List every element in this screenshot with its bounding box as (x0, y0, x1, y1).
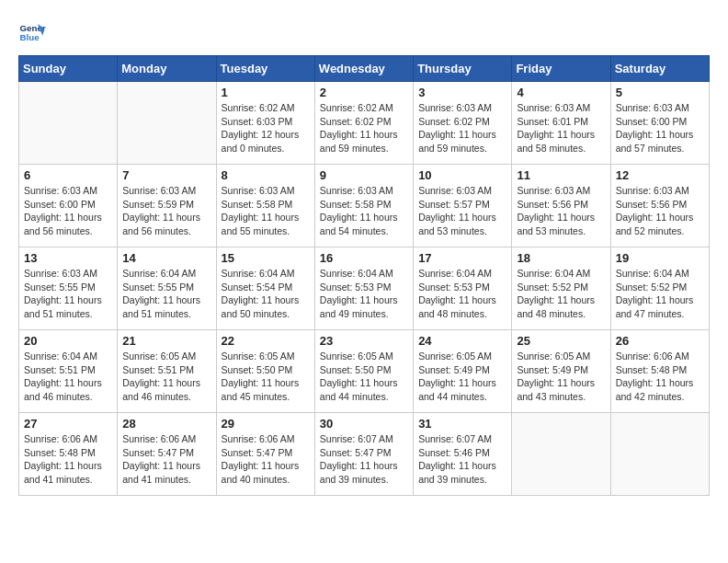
calendar-day: 8Sunrise: 6:03 AM Sunset: 5:58 PM Daylig… (216, 165, 314, 247)
day-number: 21 (122, 334, 210, 348)
day-info: Sunrise: 6:03 AM Sunset: 5:56 PM Dayligh… (616, 184, 704, 238)
day-number: 9 (320, 168, 408, 182)
calendar-day: 10Sunrise: 6:03 AM Sunset: 5:57 PM Dayli… (414, 165, 512, 247)
calendar-day (610, 413, 709, 496)
day-info: Sunrise: 6:03 AM Sunset: 5:59 PM Dayligh… (122, 184, 210, 238)
calendar-day: 16Sunrise: 6:04 AM Sunset: 5:53 PM Dayli… (314, 247, 413, 330)
day-number: 31 (418, 417, 506, 431)
day-info: Sunrise: 6:03 AM Sunset: 5:56 PM Dayligh… (517, 184, 605, 238)
day-number: 1 (222, 86, 310, 99)
day-info: Sunrise: 6:04 AM Sunset: 5:53 PM Dayligh… (418, 267, 506, 321)
day-number: 12 (616, 168, 704, 182)
day-info: Sunrise: 6:03 AM Sunset: 6:01 PM Dayligh… (517, 101, 605, 155)
day-info: Sunrise: 6:05 AM Sunset: 5:49 PM Dayligh… (517, 350, 605, 404)
day-number: 14 (122, 251, 210, 265)
day-number: 4 (517, 86, 605, 99)
calendar-week-5: 27Sunrise: 6:06 AM Sunset: 5:48 PM Dayli… (19, 413, 710, 496)
calendar-day: 27Sunrise: 6:06 AM Sunset: 5:48 PM Dayli… (19, 413, 118, 496)
day-info: Sunrise: 6:02 AM Sunset: 6:03 PM Dayligh… (222, 101, 310, 155)
day-number: 28 (122, 417, 210, 431)
day-info: Sunrise: 6:03 AM Sunset: 6:00 PM Dayligh… (24, 184, 112, 238)
weekday-header-sunday: Sunday (19, 56, 118, 82)
calendar-day: 22Sunrise: 6:05 AM Sunset: 5:50 PM Dayli… (216, 330, 314, 413)
page-header: General Blue (18, 18, 710, 46)
day-info: Sunrise: 6:04 AM Sunset: 5:53 PM Dayligh… (320, 267, 408, 321)
day-info: Sunrise: 6:03 AM Sunset: 6:02 PM Dayligh… (418, 101, 506, 155)
day-info: Sunrise: 6:05 AM Sunset: 5:50 PM Dayligh… (320, 350, 408, 404)
day-info: Sunrise: 6:07 AM Sunset: 5:47 PM Dayligh… (320, 432, 408, 487)
calendar-day: 30Sunrise: 6:07 AM Sunset: 5:47 PM Dayli… (314, 413, 413, 496)
weekday-header-tuesday: Tuesday (216, 56, 314, 82)
day-number: 22 (222, 334, 310, 348)
day-number: 6 (24, 168, 112, 182)
day-info: Sunrise: 6:03 AM Sunset: 5:58 PM Dayligh… (320, 184, 408, 238)
day-number: 19 (616, 251, 704, 265)
weekday-header-thursday: Thursday (414, 56, 512, 82)
day-info: Sunrise: 6:04 AM Sunset: 5:51 PM Dayligh… (24, 350, 112, 404)
day-info: Sunrise: 6:04 AM Sunset: 5:52 PM Dayligh… (616, 267, 704, 321)
day-info: Sunrise: 6:04 AM Sunset: 5:54 PM Dayligh… (222, 267, 310, 321)
calendar-day: 23Sunrise: 6:05 AM Sunset: 5:50 PM Dayli… (314, 330, 413, 413)
day-number: 30 (320, 417, 408, 431)
day-number: 3 (418, 86, 506, 99)
logo: General Blue (18, 18, 50, 46)
calendar-day: 17Sunrise: 6:04 AM Sunset: 5:53 PM Dayli… (414, 247, 512, 330)
day-number: 7 (122, 168, 210, 182)
calendar-day: 5Sunrise: 6:03 AM Sunset: 6:00 PM Daylig… (610, 82, 709, 165)
day-number: 20 (24, 334, 112, 348)
calendar-week-4: 20Sunrise: 6:04 AM Sunset: 5:51 PM Dayli… (19, 330, 710, 413)
day-number: 23 (320, 334, 408, 348)
calendar-day: 29Sunrise: 6:06 AM Sunset: 5:47 PM Dayli… (216, 413, 314, 496)
day-info: Sunrise: 6:05 AM Sunset: 5:49 PM Dayligh… (418, 350, 506, 404)
day-number: 17 (418, 251, 506, 265)
day-info: Sunrise: 6:07 AM Sunset: 5:46 PM Dayligh… (418, 432, 506, 487)
day-number: 26 (616, 334, 704, 348)
calendar-day: 3Sunrise: 6:03 AM Sunset: 6:02 PM Daylig… (414, 82, 512, 165)
calendar-day: 13Sunrise: 6:03 AM Sunset: 5:55 PM Dayli… (19, 247, 118, 330)
calendar-day: 11Sunrise: 6:03 AM Sunset: 5:56 PM Dayli… (512, 165, 610, 247)
weekday-header-monday: Monday (118, 56, 216, 82)
day-number: 13 (24, 251, 112, 265)
calendar-day: 6Sunrise: 6:03 AM Sunset: 6:00 PM Daylig… (19, 165, 118, 247)
calendar-week-1: 1Sunrise: 6:02 AM Sunset: 6:03 PM Daylig… (19, 82, 710, 165)
day-info: Sunrise: 6:06 AM Sunset: 5:48 PM Dayligh… (616, 350, 704, 404)
logo-icon: General Blue (18, 18, 46, 46)
day-number: 27 (24, 417, 112, 431)
calendar-day: 18Sunrise: 6:04 AM Sunset: 5:52 PM Dayli… (512, 247, 610, 330)
day-number: 29 (222, 417, 310, 431)
day-info: Sunrise: 6:06 AM Sunset: 5:47 PM Dayligh… (122, 432, 210, 487)
day-number: 16 (320, 251, 408, 265)
calendar-header: SundayMondayTuesdayWednesdayThursdayFrid… (19, 56, 710, 82)
weekday-header-row: SundayMondayTuesdayWednesdayThursdayFrid… (19, 56, 710, 82)
day-number: 11 (517, 168, 605, 182)
day-number: 2 (320, 86, 408, 99)
weekday-header-friday: Friday (512, 56, 610, 82)
calendar-day (512, 413, 610, 496)
calendar-day: 24Sunrise: 6:05 AM Sunset: 5:49 PM Dayli… (414, 330, 512, 413)
calendar-day: 15Sunrise: 6:04 AM Sunset: 5:54 PM Dayli… (216, 247, 314, 330)
calendar-day: 1Sunrise: 6:02 AM Sunset: 6:03 PM Daylig… (216, 82, 314, 165)
day-number: 8 (222, 168, 310, 182)
day-info: Sunrise: 6:05 AM Sunset: 5:50 PM Dayligh… (222, 350, 310, 404)
day-info: Sunrise: 6:03 AM Sunset: 5:58 PM Dayligh… (222, 184, 310, 238)
calendar-day: 21Sunrise: 6:05 AM Sunset: 5:51 PM Dayli… (118, 330, 216, 413)
day-info: Sunrise: 6:06 AM Sunset: 5:47 PM Dayligh… (222, 432, 310, 487)
calendar-day: 7Sunrise: 6:03 AM Sunset: 5:59 PM Daylig… (118, 165, 216, 247)
day-number: 24 (418, 334, 506, 348)
day-info: Sunrise: 6:03 AM Sunset: 5:57 PM Dayligh… (418, 184, 506, 238)
day-info: Sunrise: 6:04 AM Sunset: 5:55 PM Dayligh… (122, 267, 210, 321)
calendar-day: 28Sunrise: 6:06 AM Sunset: 5:47 PM Dayli… (118, 413, 216, 496)
day-info: Sunrise: 6:04 AM Sunset: 5:52 PM Dayligh… (517, 267, 605, 321)
calendar-day: 9Sunrise: 6:03 AM Sunset: 5:58 PM Daylig… (314, 165, 413, 247)
calendar-day: 2Sunrise: 6:02 AM Sunset: 6:02 PM Daylig… (314, 82, 413, 165)
day-info: Sunrise: 6:03 AM Sunset: 5:55 PM Dayligh… (24, 267, 112, 321)
calendar-table: SundayMondayTuesdayWednesdayThursdayFrid… (18, 55, 710, 496)
calendar-day: 31Sunrise: 6:07 AM Sunset: 5:46 PM Dayli… (414, 413, 512, 496)
weekday-header-saturday: Saturday (610, 56, 709, 82)
weekday-header-wednesday: Wednesday (314, 56, 413, 82)
day-info: Sunrise: 6:03 AM Sunset: 6:00 PM Dayligh… (616, 101, 704, 155)
calendar-day (118, 82, 216, 165)
day-info: Sunrise: 6:05 AM Sunset: 5:51 PM Dayligh… (122, 350, 210, 404)
calendar-day: 26Sunrise: 6:06 AM Sunset: 5:48 PM Dayli… (610, 330, 709, 413)
calendar-week-2: 6Sunrise: 6:03 AM Sunset: 6:00 PM Daylig… (19, 165, 710, 247)
